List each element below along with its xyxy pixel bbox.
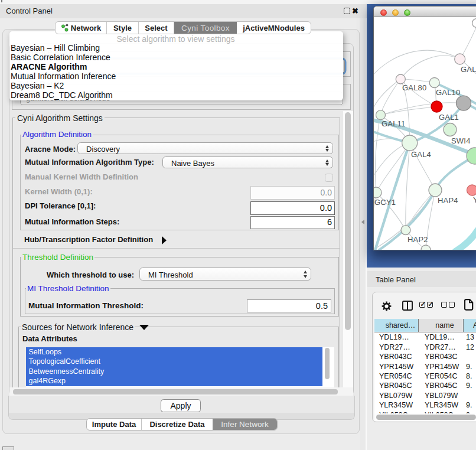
svg-text:GAL4: GAL4 (411, 150, 431, 159)
svg-text:GAL1: GAL1 (439, 113, 459, 122)
svg-text:GAL80: GAL80 (402, 83, 426, 92)
svg-text:GCY1: GCY1 (374, 198, 396, 207)
svg-text:GAL10: GAL10 (436, 88, 460, 97)
svg-text:Y: Y (473, 195, 476, 204)
svg-text:GAL: GAL (461, 65, 476, 74)
svg-text:SWI4: SWI4 (451, 136, 471, 145)
svg-text:HAP2: HAP2 (407, 235, 428, 244)
svg-text:GAL11: GAL11 (382, 119, 406, 128)
svg-text:HAP4: HAP4 (438, 196, 458, 205)
